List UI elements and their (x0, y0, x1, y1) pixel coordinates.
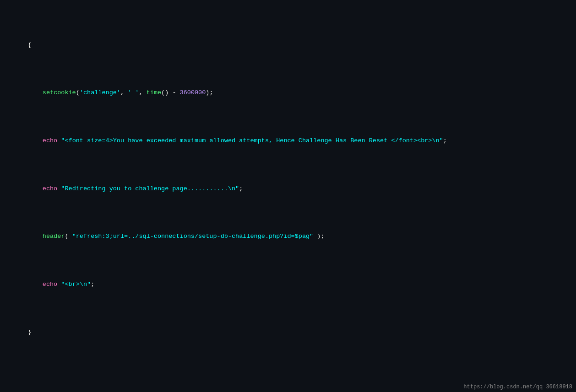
code-line: { (0, 41, 576, 50)
code-line: setcookie('challenge', ' ', time() - 360… (0, 88, 576, 98)
footer-url: https://blog.csdn.net/qq_36618918 (460, 382, 576, 392)
code-line: echo "<font size=4>You have exceeded max… (0, 136, 576, 146)
code-line: header( "refresh:3;url=../sql-connection… (0, 232, 576, 242)
code-line: echo "Redirecting you to challenge page.… (0, 184, 576, 194)
code-line: echo "<br>\n"; (0, 280, 576, 290)
code-content: { setcookie('challenge', ' ', time() - 3… (0, 0, 576, 392)
code-editor: { setcookie('challenge', ' ', time() - 3… (0, 0, 576, 392)
code-line: } (0, 328, 576, 338)
